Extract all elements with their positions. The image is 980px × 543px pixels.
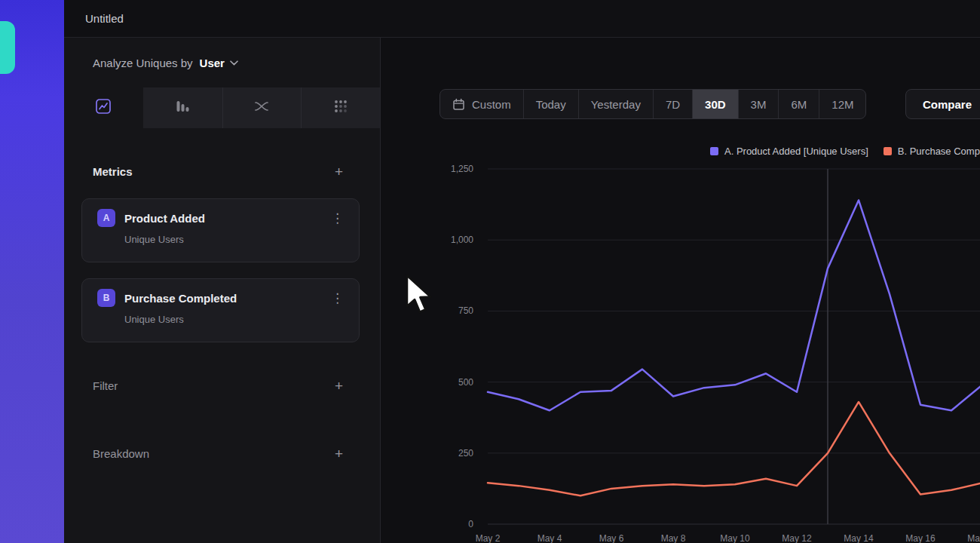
report-title[interactable]: Untitled	[85, 12, 124, 25]
topbar: Untitled	[64, 0, 980, 38]
svg-text:0: 0	[468, 519, 473, 529]
more-options-icon[interactable]: ⋮	[326, 290, 348, 306]
svg-text:May 4: May 4	[537, 533, 562, 543]
teal-accent-shape	[0, 21, 15, 74]
tab-line-chart[interactable]	[64, 87, 143, 128]
svg-text:May 6: May 6	[599, 533, 624, 543]
metric-subtitle[interactable]: Unique Users	[124, 234, 348, 245]
retention-grid-icon	[332, 98, 349, 118]
metric-badge-a: A	[97, 209, 115, 227]
more-options-icon[interactable]: ⋮	[326, 210, 348, 226]
metric-name[interactable]: Product Added	[124, 212, 326, 225]
svg-text:250: 250	[458, 448, 473, 459]
metric-card-b[interactable]: B Purchase Completed ⋮ Unique Users	[81, 278, 360, 342]
svg-text:May 8: May 8	[661, 533, 686, 543]
chart-area: Custom Today Yesterday 7D 30D 3M 6M 12M …	[381, 38, 980, 543]
metrics-section-header: Metrics +	[64, 161, 380, 182]
filter-title: Filter	[93, 379, 118, 392]
breakdown-title: Breakdown	[93, 447, 149, 460]
svg-text:May 18: May 18	[967, 533, 980, 543]
left-gradient-strip	[0, 0, 64, 543]
chevron-down-icon	[230, 60, 238, 66]
app-root: Untitled Analyze Uniques by User	[0, 0, 980, 543]
tab-bar-chart[interactable]	[143, 87, 222, 128]
svg-text:750: 750	[458, 305, 473, 316]
svg-text:May 12: May 12	[782, 533, 812, 543]
analyze-by-label: Analyze Uniques by	[93, 57, 193, 69]
svg-text:1,000: 1,000	[451, 235, 473, 245]
analyze-by-value[interactable]: User	[200, 57, 225, 69]
line-chart[interactable]: 02505007501,0001,250May 2May 4May 6May 8…	[381, 38, 980, 543]
metric-card-a[interactable]: A Product Added ⋮ Unique Users	[81, 198, 360, 262]
flows-icon	[253, 98, 270, 118]
tab-retention-grid[interactable]	[301, 87, 380, 128]
add-metric-button[interactable]: +	[335, 164, 343, 179]
filter-section-header: Filter +	[64, 375, 380, 396]
analyze-by-control[interactable]: Analyze Uniques by User	[64, 38, 380, 87]
svg-text:500: 500	[458, 377, 473, 388]
query-panel: Analyze Uniques by User	[64, 38, 381, 543]
add-breakdown-button[interactable]: +	[335, 446, 343, 461]
bar-chart-icon	[174, 98, 191, 118]
svg-text:May 14: May 14	[844, 533, 874, 543]
chart-type-tabs	[64, 87, 380, 128]
svg-text:May 2: May 2	[476, 533, 501, 543]
metric-subtitle[interactable]: Unique Users	[124, 314, 348, 325]
svg-text:May 10: May 10	[720, 533, 750, 543]
breakdown-section-header: Breakdown +	[64, 443, 380, 464]
metrics-title: Metrics	[93, 165, 133, 178]
metric-name[interactable]: Purchase Completed	[124, 292, 326, 305]
metric-badge-b: B	[97, 289, 115, 307]
svg-text:May 16: May 16	[905, 533, 936, 543]
line-chart-icon	[95, 98, 112, 118]
tab-flows[interactable]	[222, 87, 302, 128]
svg-text:1,250: 1,250	[451, 164, 473, 174]
add-filter-button[interactable]: +	[335, 379, 343, 393]
